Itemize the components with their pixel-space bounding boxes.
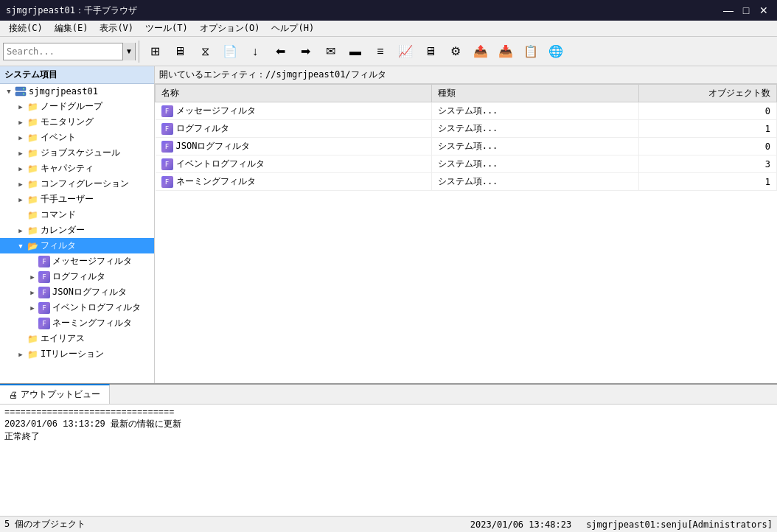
chartbar-button[interactable]: ▬ bbox=[344, 40, 367, 63]
tree-label-config: コンフィグレーション bbox=[41, 178, 129, 190]
menu-connect[interactable]: 接続(C) bbox=[3, 21, 49, 36]
search-button[interactable]: ▼ bbox=[122, 43, 135, 60]
grid-view-button[interactable]: ⊞ bbox=[143, 40, 167, 63]
tree-item-monitoring[interactable]: ▶ 📁 モニタリング bbox=[0, 114, 154, 130]
search-input[interactable] bbox=[4, 46, 122, 57]
expand-icon-user[interactable]: ▶ bbox=[15, 194, 27, 206]
import-button[interactable]: 📤 bbox=[469, 40, 492, 63]
expand-icon-filter[interactable]: ▼ bbox=[15, 240, 27, 252]
row-filter-icon: F bbox=[161, 158, 173, 170]
tree-item-eventlogfilter[interactable]: ▶ F イベントログフィルタ bbox=[0, 300, 154, 315]
minimize-button[interactable]: — bbox=[721, 4, 736, 16]
expand-icon-capacity[interactable]: ▶ bbox=[15, 163, 27, 175]
status-datetime: 2023/01/06 13:48:23 bbox=[470, 519, 571, 530]
menu-tools[interactable]: ツール(T) bbox=[139, 21, 194, 36]
table-cell-count: 0 bbox=[638, 102, 776, 120]
tree-label-alias: エイリアス bbox=[41, 332, 85, 345]
svg-point-2 bbox=[23, 88, 24, 90]
folder-icon-calendar: 📁 bbox=[27, 225, 38, 237]
table-row[interactable]: Fログフィルタシステム項...1 bbox=[156, 120, 777, 138]
download-button[interactable]: ↓ bbox=[243, 40, 267, 63]
col-header-count[interactable]: オブジェクト数 bbox=[638, 85, 776, 102]
tree-label-namingfilter: ネーミングフィルタ bbox=[52, 317, 132, 329]
tree-item-itrelation[interactable]: ▶ 📁 ITリレーション bbox=[0, 346, 154, 362]
filter-button[interactable]: ⧖ bbox=[193, 40, 217, 63]
tree-item-namingfilter[interactable]: ▶ F ネーミングフィルタ bbox=[0, 315, 154, 331]
table-row[interactable]: Fメッセージフィルタシステム項...0 bbox=[156, 102, 777, 120]
table-row[interactable]: Fイベントログフィルタシステム項...3 bbox=[156, 155, 777, 173]
menu-bar: 接続(C) 編集(E) 表示(V) ツール(T) オプション(O) ヘルプ(H) bbox=[0, 21, 777, 37]
toolbar-separator bbox=[139, 41, 140, 63]
maximize-button[interactable]: □ bbox=[739, 4, 753, 16]
filter-icon-event: F bbox=[38, 302, 50, 314]
folder-icon-capacity: 📁 bbox=[27, 163, 38, 175]
settings-button[interactable]: ⚙ bbox=[444, 40, 467, 63]
display-button[interactable]: 🖥 bbox=[419, 40, 442, 63]
folder-icon-jobschedule: 📁 bbox=[27, 147, 38, 159]
folder-icon-monitoring: 📁 bbox=[27, 116, 38, 128]
forward-button[interactable]: ➡ bbox=[293, 40, 317, 63]
mail-button[interactable]: ✉ bbox=[318, 40, 342, 63]
expand-icon-event[interactable]: ▶ bbox=[15, 132, 27, 144]
toolbar: ▼ ⊞ 🖥 ⧖ 📄 ↓ ⬅ ➡ ✉ ▬ ≡ 📈 🖥 ⚙ 📤 📥 📋 🌐 bbox=[0, 37, 777, 66]
status-right: 2023/01/06 13:48:23 sjmgrjpeast01:senju[… bbox=[470, 519, 773, 530]
menu-help[interactable]: ヘルプ(H) bbox=[265, 21, 320, 36]
folder-icon-config: 📁 bbox=[27, 178, 38, 190]
tree-label-calendar: カレンダー bbox=[41, 224, 85, 237]
tree-item-alias[interactable]: ▶ 📁 エイリアス bbox=[0, 331, 154, 346]
tab-output-view[interactable]: 🖨 アウトプットビュー bbox=[0, 384, 110, 404]
expand-icon-itrelation[interactable]: ▶ bbox=[15, 349, 27, 360]
tree-item-jobschedule[interactable]: ▶ 📁 ジョブスケジュール bbox=[0, 145, 154, 161]
folder-icon-nodegroup: 📁 bbox=[27, 101, 38, 113]
tree-item-root[interactable]: ▼ sjmgrjpeast01 bbox=[0, 84, 154, 99]
menu-edit[interactable]: 編集(E) bbox=[49, 21, 94, 36]
document-button[interactable]: 📄 bbox=[218, 40, 242, 63]
expand-icon-config[interactable]: ▶ bbox=[15, 178, 27, 190]
globe-button[interactable]: 🌐 bbox=[544, 40, 568, 63]
tree-item-logfilter[interactable]: ▶ F ログフィルタ bbox=[0, 269, 154, 284]
expand-icon-jobschedule[interactable]: ▶ bbox=[15, 147, 27, 159]
expand-icon-calendar[interactable]: ▶ bbox=[15, 225, 27, 237]
expand-icon-eventlogfilter[interactable]: ▶ bbox=[27, 302, 38, 314]
tree-item-command[interactable]: ▶ 📁 コマンド bbox=[0, 207, 154, 223]
row-filter-icon: F bbox=[161, 176, 173, 188]
tree-item-calendar[interactable]: ▶ 📁 カレンダー bbox=[0, 223, 154, 238]
expand-icon-jsonlogfilter[interactable]: ▶ bbox=[27, 287, 38, 298]
col-header-name[interactable]: 名称 bbox=[156, 85, 432, 102]
tree-item-jsonlogfilter[interactable]: ▶ F JSONログフィルタ bbox=[0, 284, 154, 300]
back-button[interactable]: ⬅ bbox=[268, 40, 292, 63]
expand-icon-monitoring[interactable]: ▶ bbox=[15, 116, 27, 128]
folder-icon-itrelation: 📁 bbox=[27, 349, 38, 360]
graph-button[interactable]: 📈 bbox=[394, 40, 417, 63]
col-header-type[interactable]: 種類 bbox=[431, 85, 638, 102]
filter-icon-log: F bbox=[38, 271, 50, 283]
tree-item-config[interactable]: ▶ 📁 コンフィグレーション bbox=[0, 176, 154, 192]
tree-item-msgfilter[interactable]: ▶ F メッセージフィルタ bbox=[0, 253, 154, 269]
list-button[interactable]: ≡ bbox=[369, 40, 392, 63]
table-cell-count: 3 bbox=[638, 155, 776, 173]
tree-label-event: イベント bbox=[41, 131, 76, 144]
table-row[interactable]: FJSONログフィルタシステム項...0 bbox=[156, 138, 777, 155]
menu-view[interactable]: 表示(V) bbox=[94, 21, 139, 36]
monitor-button[interactable]: 🖥 bbox=[168, 40, 192, 63]
content-table: 名称 種類 オブジェクト数 Fメッセージフィルタシステム項...0Fログフィルタ… bbox=[155, 84, 777, 191]
expand-icon-root[interactable]: ▼ bbox=[3, 85, 15, 97]
main-area: システム項目 ▼ sjmgrjpeast01 ▶ 📁 ノードグループ ▶ 📁 モ… bbox=[0, 66, 777, 383]
expand-icon-nodegroup[interactable]: ▶ bbox=[15, 101, 27, 113]
export-button[interactable]: 📥 bbox=[494, 40, 518, 63]
menu-options[interactable]: オプション(O) bbox=[194, 21, 266, 36]
close-button[interactable]: ✕ bbox=[756, 4, 771, 16]
log-button[interactable]: 📋 bbox=[519, 40, 543, 63]
tree-item-filter[interactable]: ▼ 📂 フィルタ bbox=[0, 238, 154, 253]
tree-label-command: コマンド bbox=[41, 209, 76, 221]
row-filter-icon: F bbox=[161, 141, 173, 153]
tree-item-user[interactable]: ▶ 📁 千手ユーザー bbox=[0, 192, 154, 207]
table-row[interactable]: Fネーミングフィルタシステム項...1 bbox=[156, 173, 777, 191]
tree-item-capacity[interactable]: ▶ 📁 キャパシティ bbox=[0, 161, 154, 176]
table-cell-name: Fネーミングフィルタ bbox=[156, 173, 432, 191]
row-filter-icon: F bbox=[161, 105, 173, 117]
window-controls: — □ ✕ bbox=[721, 4, 771, 16]
expand-icon-logfilter[interactable]: ▶ bbox=[27, 271, 38, 283]
tree-item-event[interactable]: ▶ 📁 イベント bbox=[0, 130, 154, 145]
tree-item-nodegroup[interactable]: ▶ 📁 ノードグループ bbox=[0, 99, 154, 114]
